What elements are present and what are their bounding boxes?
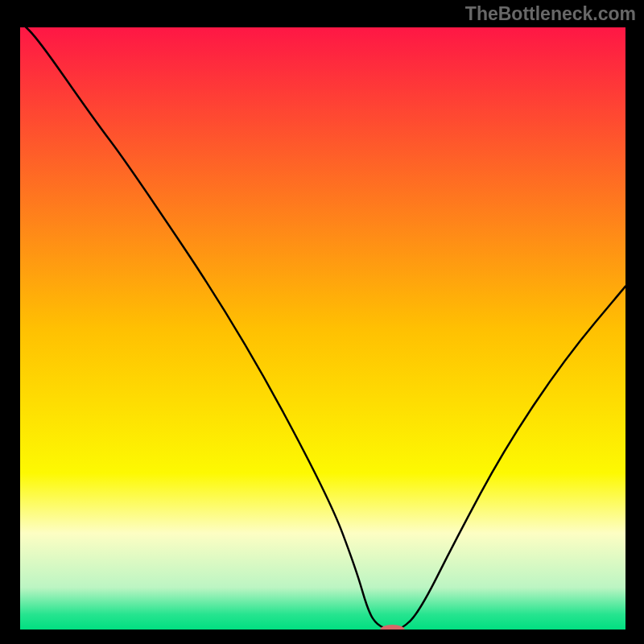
plot-background <box>20 27 625 630</box>
mask-right <box>625 0 644 644</box>
watermark-text: TheBottleneck.com <box>465 3 636 25</box>
mask-left <box>0 0 20 644</box>
chart-frame: TheBottleneck.com <box>0 0 644 644</box>
bottleneck-chart <box>0 0 644 644</box>
mask-bottom <box>0 630 644 644</box>
